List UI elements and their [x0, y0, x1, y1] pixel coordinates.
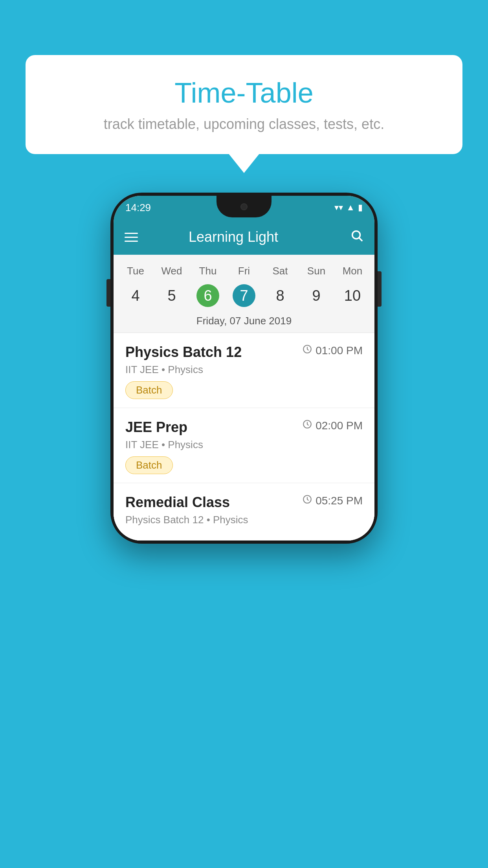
phone-container: 14:29 ▾▾ ▲ ▮ Learning Light [110, 193, 378, 544]
day-header: Sun [298, 262, 334, 280]
class-list: Physics Batch 12 01:00 PM IIT JEE • Phys… [114, 333, 374, 541]
class-name: Physics Batch 12 [125, 344, 242, 360]
class-item[interactable]: Physics Batch 12 01:00 PM IIT JEE • Phys… [114, 333, 374, 408]
phone-frame: 14:29 ▾▾ ▲ ▮ Learning Light [110, 193, 378, 544]
day-header: Fri [226, 262, 262, 280]
day-headers: TueWedThuFriSatSunMon [114, 262, 374, 280]
class-time: 05:25 PM [302, 494, 363, 507]
class-meta: Physics Batch 12 • Physics [125, 514, 363, 526]
class-name: JEE Prep [125, 419, 187, 436]
wifi-icon: ▾▾ [334, 202, 343, 213]
app-bar: Learning Light [114, 219, 374, 255]
clock-icon [302, 494, 312, 507]
day-header: Tue [117, 262, 154, 280]
status-bar: 14:29 ▾▾ ▲ ▮ [114, 196, 374, 219]
class-meta: IIT JEE • Physics [125, 439, 363, 451]
app-title: Learning Light [125, 229, 342, 245]
search-button[interactable] [350, 229, 363, 245]
day-number[interactable]: 5 [154, 280, 190, 311]
calendar-strip: TueWedThuFriSatSunMon 45678910 Friday, 0… [114, 255, 374, 333]
class-name: Remedial Class [125, 494, 230, 511]
class-time: 02:00 PM [302, 419, 363, 432]
day-number[interactable]: 8 [262, 280, 298, 311]
notch [216, 196, 272, 217]
day-header: Wed [154, 262, 190, 280]
bubble-title: Time-Table [49, 77, 439, 109]
speech-bubble: Time-Table track timetable, upcoming cla… [26, 55, 462, 154]
class-item[interactable]: Remedial Class 05:25 PM Physics Batch 12… [114, 483, 374, 541]
class-item[interactable]: JEE Prep 02:00 PM IIT JEE • Physics Batc… [114, 408, 374, 483]
day-header: Sat [262, 262, 298, 280]
class-time: 01:00 PM [302, 344, 363, 357]
day-number[interactable]: 9 [298, 280, 334, 311]
svg-line-1 [359, 238, 362, 241]
bubble-subtitle: track timetable, upcoming classes, tests… [49, 116, 439, 132]
day-header: Thu [190, 262, 226, 280]
selected-date-label: Friday, 07 June 2019 [114, 311, 374, 333]
battery-icon: ▮ [358, 202, 363, 213]
phone-screen: 14:29 ▾▾ ▲ ▮ Learning Light [114, 196, 374, 541]
day-number[interactable]: 6 [190, 280, 226, 311]
batch-badge: Batch [125, 456, 173, 474]
signal-icon: ▲ [346, 202, 355, 213]
svg-point-0 [352, 231, 360, 239]
camera-dot [240, 203, 248, 210]
day-header: Mon [334, 262, 371, 280]
status-time: 14:29 [125, 202, 151, 214]
status-icons: ▾▾ ▲ ▮ [334, 202, 363, 213]
day-number[interactable]: 10 [334, 280, 371, 311]
day-number[interactable]: 4 [117, 280, 154, 311]
clock-icon [302, 419, 312, 432]
batch-badge: Batch [125, 381, 173, 399]
day-numbers: 45678910 [114, 280, 374, 311]
day-number[interactable]: 7 [226, 280, 262, 311]
clock-icon [302, 344, 312, 357]
class-meta: IIT JEE • Physics [125, 364, 363, 376]
speech-bubble-container: Time-Table track timetable, upcoming cla… [26, 55, 462, 154]
